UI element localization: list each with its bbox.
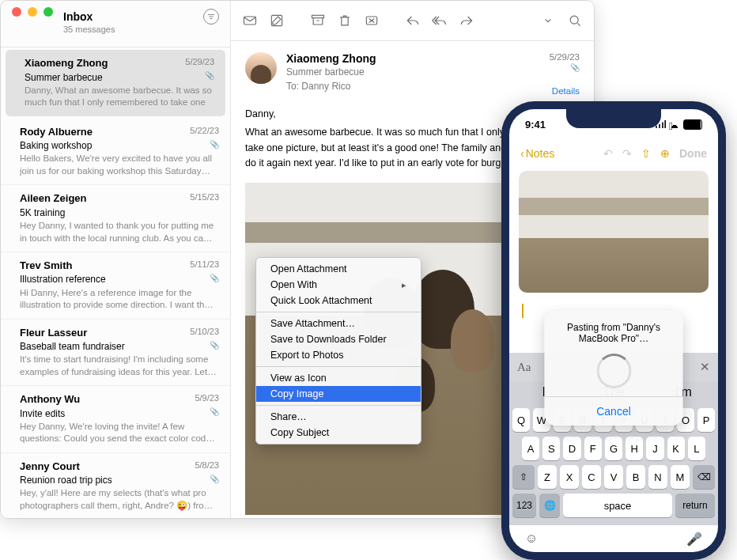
key-L[interactable]: L — [688, 437, 705, 460]
subject: Invite edits — [20, 407, 219, 420]
details-link[interactable]: Details — [550, 86, 580, 96]
key-Q[interactable]: Q — [512, 408, 530, 432]
attachment-icon: 📎 — [210, 139, 219, 150]
redo-icon[interactable]: ↷ — [622, 147, 632, 160]
more-icon[interactable] — [540, 13, 556, 28]
message-row[interactable]: Fleur Lasseur5/10/23📎Baseball team fundr… — [1, 320, 230, 387]
menu-item[interactable]: Export to Photos — [256, 347, 421, 363]
key-K[interactable]: K — [667, 437, 685, 460]
menu-item[interactable]: View as Icon — [256, 370, 421, 386]
key-F[interactable]: F — [584, 437, 602, 460]
menu-item[interactable]: Save to Downloads Folder — [256, 331, 421, 347]
menu-item[interactable]: Quick Look Attachment — [256, 293, 421, 308]
to-line: To: Danny Rico — [286, 81, 540, 92]
key-J[interactable]: J — [646, 437, 663, 460]
forward-icon[interactable] — [459, 13, 474, 28]
globe-icon[interactable]: 🌐 — [539, 494, 560, 517]
text-cursor — [522, 304, 523, 318]
date: 5/22/23 — [190, 125, 219, 139]
context-menu[interactable]: Open AttachmentOpen With▸Quick Look Atta… — [255, 257, 421, 445]
iphone-screen: 9:41 􀙇 ‹ Notes ↶ ↷ ⇧ ⊕ Done — [509, 109, 718, 552]
key-G[interactable]: G — [605, 437, 622, 460]
toolbar — [231, 1, 594, 41]
date: 5/10/23 — [190, 326, 219, 340]
attachment-icon: 📎 — [551, 63, 580, 72]
key-S[interactable]: S — [542, 437, 560, 460]
message-row[interactable]: Aileen Zeigen5/15/235K trainingHey Danny… — [1, 185, 230, 252]
from-name: Xiaomeng Zhong — [286, 52, 540, 65]
message-list[interactable]: Xiaomeng Zhong5/29/23📎Summer barbecueDan… — [1, 47, 230, 518]
preview: It's time to start fundraising! I'm incl… — [20, 354, 219, 377]
sender: Jenny Court — [20, 460, 80, 474]
undo-icon[interactable]: ↶ — [603, 147, 613, 160]
done-button[interactable]: Done — [679, 147, 707, 160]
key-X[interactable]: X — [560, 465, 579, 489]
key-A[interactable]: A — [522, 437, 539, 460]
envelope-icon[interactable] — [242, 13, 258, 28]
key-H[interactable]: H — [626, 437, 643, 460]
search-icon[interactable] — [567, 13, 583, 28]
menu-item[interactable]: Open With▸ — [256, 277, 421, 293]
menu-item[interactable]: Copy Subject — [256, 425, 421, 441]
menu-item[interactable]: Copy Image — [256, 386, 421, 402]
sidebar-header: Inbox 35 messages — [1, 1, 230, 47]
message-row[interactable]: Xiaomeng Zhong5/29/23📎Summer barbecueDan… — [6, 50, 225, 116]
back-button[interactable]: ‹ Notes — [520, 147, 554, 160]
share-icon[interactable]: ⇧ — [641, 147, 651, 160]
preview: Hey Danny, I wanted to thank you for put… — [20, 220, 219, 244]
chevron-right-icon: ▸ — [402, 280, 406, 290]
reply-icon[interactable] — [405, 13, 421, 28]
attachment-icon: 📎 — [210, 474, 219, 485]
key-space[interactable]: space — [563, 494, 672, 517]
notch — [566, 109, 661, 128]
menu-item[interactable]: Save Attachment… — [256, 316, 421, 331]
junk-icon[interactable] — [364, 13, 380, 28]
attachment-icon: 📎 — [210, 273, 219, 284]
wifi-icon: 􀙇 — [669, 120, 680, 128]
key-N[interactable]: N — [648, 465, 667, 489]
date: 5/9/23 — [195, 392, 219, 407]
subject: Summer barbecue — [286, 66, 540, 78]
preview: Hello Bakers, We're very excited to have… — [20, 153, 219, 176]
trash-icon[interactable] — [337, 13, 353, 28]
menu-item[interactable]: Open Attachment — [256, 261, 421, 277]
key-M[interactable]: M — [671, 465, 690, 489]
attachment-icon: 📎 — [210, 407, 219, 418]
message-header: Xiaomeng Zhong Summer barbecue To: Danny… — [231, 41, 594, 104]
message-row[interactable]: Trev Smith5/11/23📎Illustration reference… — [1, 252, 230, 320]
key-123[interactable]: 123 — [512, 494, 536, 517]
reply-all-icon[interactable] — [432, 13, 448, 28]
note-image[interactable] — [519, 171, 709, 293]
key-P[interactable]: P — [697, 408, 715, 432]
format-button[interactable]: Aa — [517, 361, 531, 374]
key-Z[interactable]: Z — [538, 465, 557, 489]
date: 5/11/23 — [190, 259, 219, 273]
close-icon[interactable]: ✕ — [700, 360, 710, 374]
message-date: 5/29/23 — [550, 52, 580, 62]
attachment-icon: 📎 — [205, 70, 214, 81]
preview: Hey, y'all! Here are my selects (that's … — [20, 487, 219, 511]
filter-button[interactable] — [203, 9, 219, 25]
sender: Trev Smith — [20, 259, 72, 273]
menu-item[interactable]: Share… — [256, 409, 421, 425]
key-V[interactable]: V — [604, 465, 623, 489]
svg-point-4 — [570, 16, 578, 24]
key-C[interactable]: C — [582, 465, 601, 489]
message-row[interactable]: Rody Albuerne5/22/23📎Baking workshopHell… — [1, 119, 230, 186]
cancel-button[interactable]: Cancel — [545, 396, 683, 426]
key-return[interactable]: return — [675, 494, 715, 517]
key-D[interactable]: D — [563, 437, 580, 460]
compose-icon[interactable] — [269, 13, 285, 28]
avatar — [245, 52, 277, 84]
archive-icon[interactable] — [310, 13, 326, 28]
key-⇧[interactable]: ⇧ — [512, 465, 535, 489]
more-icon[interactable]: ⊕ — [660, 147, 670, 160]
key-⌫[interactable]: ⌫ — [693, 465, 715, 489]
message-row[interactable]: Anthony Wu5/9/23📎Invite editsHey Danny, … — [1, 386, 230, 453]
dictation-icon[interactable]: 🎤 — [686, 532, 702, 547]
status-time: 9:41 — [525, 119, 546, 131]
key-B[interactable]: B — [626, 465, 645, 489]
emoji-icon[interactable]: ☺ — [525, 532, 538, 546]
message-row[interactable]: Jenny Court5/8/23📎Reunion road trip pics… — [1, 453, 230, 518]
sender: Aileen Zeigen — [20, 191, 87, 206]
